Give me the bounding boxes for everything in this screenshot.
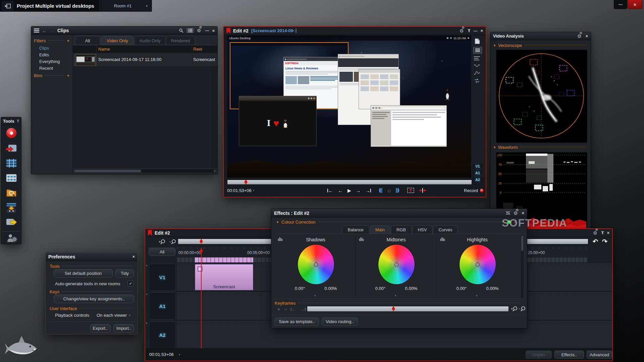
clips-titlebar[interactable]: ← → Clips ⚙⚙ — ×: [31, 26, 217, 35]
effects-vscrollbar[interactable]: [521, 235, 524, 299]
wheel-percent-midtones[interactable]: 0.00%: [396, 286, 426, 291]
viewer-scrub-bar[interactable]: [227, 180, 472, 185]
sidebar-item-edits[interactable]: Edits: [39, 52, 49, 57]
minimize-icon[interactable]: —: [205, 28, 209, 33]
tool-bins-button[interactable]: [6, 173, 17, 183]
tab-curves[interactable]: Curves: [433, 225, 458, 234]
park-marker-icon[interactable]: ◇: [387, 188, 391, 193]
minimize-icon[interactable]: —: [473, 29, 477, 33]
mark-out-button[interactable]: [395, 188, 400, 193]
tool-export-button[interactable]: [6, 217, 17, 227]
timeline-scroll-marker[interactable]: [200, 239, 203, 244]
wheel-percent-highlights[interactable]: 0.00%: [477, 286, 507, 291]
sync-arrows-icon[interactable]: [474, 78, 480, 83]
chevron-down-icon[interactable]: ▾: [179, 353, 180, 356]
step-forward-button[interactable]: →: [356, 188, 361, 193]
close-icon[interactable]: ×: [585, 34, 588, 38]
bins-header[interactable]: Bins +: [34, 73, 69, 78]
color-wheel-shadows[interactable]: [298, 244, 334, 285]
chevron-down-icon[interactable]: ▾: [253, 189, 255, 192]
undo-icon[interactable]: ↶: [593, 238, 598, 245]
search-icon[interactable]: [179, 28, 183, 33]
zoom-out-icon[interactable]: -: [519, 306, 526, 311]
save-as-template-button[interactable]: Save as template..: [275, 317, 319, 326]
viewer-titlebar[interactable]: Edit #2 [Screencast 2014-09- ⚙⚙ Ŧ — ×: [224, 27, 486, 35]
viewer-track-a1[interactable]: A1: [473, 170, 483, 175]
settings-gears-icon[interactable]: ⚙⚙: [197, 28, 202, 33]
video-analysis-titlebar[interactable]: Video Analysis ⚙⚙ ×: [490, 32, 591, 40]
list-view-icon[interactable]: [473, 47, 482, 54]
settings-gears-icon[interactable]: ⚙⚙: [460, 28, 465, 33]
table-row[interactable]: Screencast 2014-09-17 11:16:00 Screencas…: [73, 53, 217, 67]
skip-start-button[interactable]: ←: [327, 188, 333, 193]
add-keyframe-button[interactable]: +: [277, 307, 280, 312]
step-back-button[interactable]: ←: [338, 188, 343, 193]
os-close-button[interactable]: ×: [628, 0, 642, 9]
tool-record-button[interactable]: [6, 128, 16, 138]
timeline-playhead-line[interactable]: [201, 248, 202, 348]
scroll-down-icon[interactable]: ▾: [214, 169, 215, 173]
track-header-v1[interactable]: V1: [149, 264, 176, 291]
redo-icon[interactable]: ↷: [602, 238, 607, 245]
dock-icon[interactable]: [505, 211, 511, 215]
tab-video-only[interactable]: Video Only: [101, 36, 134, 45]
clips-hscrollbar-thumb[interactable]: [74, 170, 141, 172]
audio-mixer-icon[interactable]: [474, 71, 480, 75]
collapse-track-icon[interactable]: ▾: [146, 293, 148, 296]
nav-forward-icon[interactable]: →: [50, 28, 55, 33]
effects-titlebar[interactable]: Effects : Edit #2 ⚙⚙ ×: [271, 209, 527, 218]
next-keyframe-button[interactable]: →: [300, 307, 306, 312]
replace-edit-button[interactable]: [407, 188, 414, 193]
scroll-down-icon[interactable]: ▾: [395, 294, 396, 297]
wheel-degree-midtones[interactable]: 0.00°: [365, 286, 395, 291]
sidebar-item-everything[interactable]: Everything: [39, 59, 60, 64]
viewer-playhead-marker[interactable]: [244, 179, 248, 185]
clip-effect-indicator[interactable]: [198, 266, 203, 272]
tools-panel-titlebar[interactable]: Tools Ŧ: [1, 117, 21, 125]
tab-rgb[interactable]: RGB: [391, 225, 412, 234]
collapse-track-icon[interactable]: ▾: [146, 264, 148, 267]
tool-user-button[interactable]: [6, 233, 17, 243]
wheel-percent-shadows[interactable]: 0.00%: [316, 286, 346, 291]
key-assignments-button[interactable]: Change/view key assignments..: [54, 295, 134, 303]
scroll-down-icon[interactable]: ▾: [314, 294, 316, 297]
tool-search-button[interactable]: [6, 188, 17, 198]
list-view-toggle[interactable]: [186, 28, 194, 33]
set-default-position-button[interactable]: Set default position: [54, 269, 113, 278]
color-wheel-highlights[interactable]: [459, 244, 496, 285]
wheel-selector[interactable]: [394, 262, 398, 267]
pin-icon[interactable]: Ŧ: [601, 231, 604, 235]
sidebar-item-recent[interactable]: Recent: [39, 66, 53, 71]
settings-gears-icon[interactable]: ⚙⚙: [514, 211, 519, 216]
close-icon[interactable]: ×: [607, 231, 609, 235]
timeline-clip-v1[interactable]: Screencast: [195, 264, 253, 290]
wheel-selector[interactable]: [476, 262, 480, 267]
timeline-all-button[interactable]: All: [149, 248, 175, 256]
os-minimize-button[interactable]: —: [614, 0, 627, 9]
settings-gears-icon[interactable]: ⚙⚙: [593, 231, 598, 235]
pin-icon[interactable]: Ŧ: [468, 28, 470, 33]
pin-icon[interactable]: Ŧ: [17, 119, 19, 123]
exit-project-button[interactable]: [2, 1, 13, 11]
tab-main[interactable]: Main: [370, 225, 390, 234]
colour-correction-header[interactable]: ▼ Colour Correction ×: [276, 220, 516, 225]
insert-edit-button[interactable]: [419, 188, 426, 193]
filters-header[interactable]: Filters +: [34, 38, 69, 43]
wheel-degree-shadows[interactable]: 0.00°: [285, 286, 315, 291]
collapse-track-icon[interactable]: ▾: [146, 321, 148, 325]
prev-keyframe-button[interactable]: ←: [291, 307, 296, 312]
scroll-down-icon[interactable]: ▾: [476, 294, 478, 297]
unjoin-button[interactable]: Unjoin: [526, 351, 552, 359]
import-button[interactable]: Import..: [113, 324, 134, 333]
record-button[interactable]: [480, 189, 484, 192]
add-bin-button[interactable]: +: [67, 73, 69, 78]
tool-timeline-button[interactable]: [6, 158, 17, 168]
column-header-reel[interactable]: Reel: [193, 47, 202, 52]
room-selector[interactable]: Room #1 ▾: [99, 0, 152, 11]
nav-back-icon[interactable]: ←: [42, 28, 47, 33]
close-icon[interactable]: ×: [522, 211, 524, 215]
skip-end-button[interactable]: →: [365, 188, 371, 193]
tidy-button[interactable]: Tidy: [115, 269, 134, 278]
text-lines-icon[interactable]: [474, 56, 480, 60]
keyframe-playhead-marker[interactable]: [392, 306, 395, 311]
